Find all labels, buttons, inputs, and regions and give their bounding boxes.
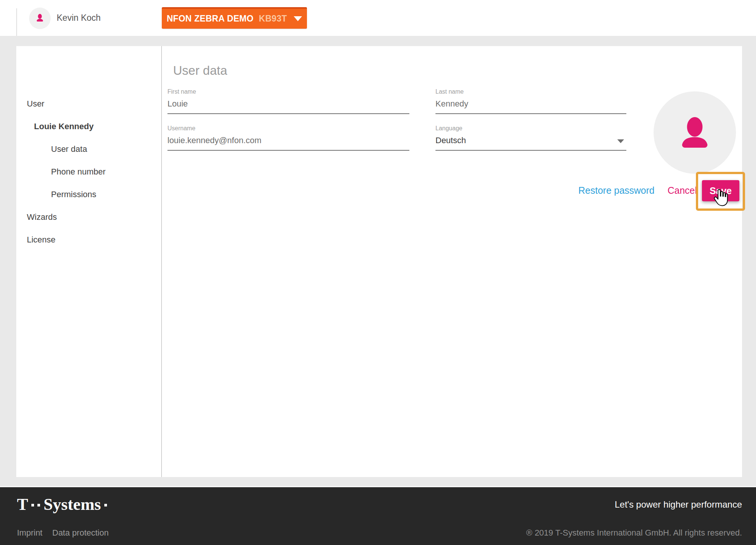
sidebar-item-permissions[interactable]: Permissions: [51, 190, 96, 199]
footer-links: Imprint Data protection: [17, 528, 108, 538]
logo-dot: [37, 504, 40, 506]
account-selector-button[interactable]: NFON ZEBRA DEMO KB93T: [162, 7, 307, 29]
language-label: Language: [435, 125, 626, 132]
username-input[interactable]: [167, 136, 409, 151]
person-icon: [674, 111, 715, 154]
top-bar-user-name: Kevin Koch: [57, 0, 101, 36]
logo-dot: [31, 504, 34, 506]
profile-avatar[interactable]: [654, 91, 736, 174]
logo-t: T: [17, 495, 28, 514]
logo-systems: Systems: [43, 495, 101, 514]
user-avatar[interactable]: [29, 8, 51, 29]
footer-tagline: Let's power higher performance: [615, 499, 742, 510]
sidebar: User Louie Kennedy User data Phone numbe…: [16, 46, 162, 477]
first-name-input[interactable]: [167, 99, 409, 114]
sidebar-item-wizards[interactable]: Wizards: [27, 212, 57, 222]
footer: T Systems Let's power higher performance…: [0, 486, 756, 545]
data-protection-link[interactable]: Data protection: [52, 528, 108, 538]
logo-dot: [104, 504, 107, 506]
dropdown-arrow-icon: [617, 139, 624, 143]
sidebar-item-user[interactable]: User: [27, 99, 44, 109]
username-label: Username: [167, 125, 409, 132]
top-bar: Kevin Koch NFON ZEBRA DEMO KB93T: [0, 0, 756, 36]
language-selected-value: Deutsch: [435, 136, 466, 145]
sidebar-item-user-data[interactable]: User data: [51, 144, 87, 154]
account-name-label: NFON ZEBRA DEMO: [167, 14, 254, 24]
first-name-label: First name: [167, 88, 409, 95]
restore-password-link[interactable]: Restore password: [578, 185, 654, 196]
sidebar-item-louie-kennedy[interactable]: Louie Kennedy: [34, 122, 94, 131]
top-bar-left-divider: [16, 8, 17, 36]
person-icon: [35, 12, 45, 24]
language-select[interactable]: Deutsch: [435, 136, 626, 151]
imprint-link[interactable]: Imprint: [17, 528, 42, 538]
last-name-input[interactable]: [435, 99, 626, 114]
chevron-down-icon: [294, 16, 302, 21]
username-field: Username: [167, 125, 409, 151]
language-field[interactable]: Language Deutsch: [435, 125, 626, 151]
last-name-field: Last name: [435, 88, 626, 114]
sidebar-item-phone-number[interactable]: Phone number: [51, 167, 105, 177]
page-title: User data: [173, 63, 227, 78]
footer-copyright: ® 2019 T-Systems International GmbH. All…: [526, 528, 742, 538]
t-systems-logo: T Systems: [17, 495, 107, 514]
account-code-label: KB93T: [259, 14, 287, 24]
cancel-link[interactable]: Cancel: [668, 185, 697, 196]
first-name-field: First name: [167, 88, 409, 114]
sidebar-item-license[interactable]: License: [27, 235, 56, 245]
last-name-label: Last name: [435, 88, 626, 95]
save-button[interactable]: Save: [702, 180, 739, 201]
